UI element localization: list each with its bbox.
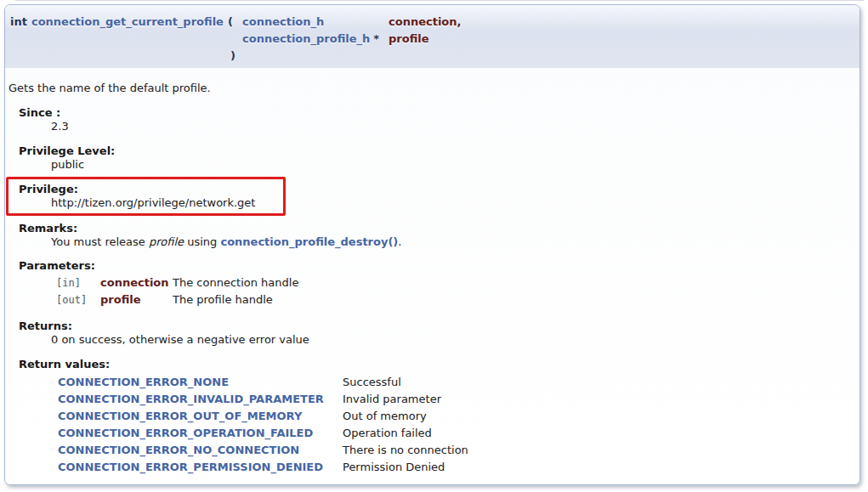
- function-documentation: Gets the name of the default profile. Si…: [5, 68, 859, 476]
- param-type-cell: connection_profile_h*: [242, 31, 389, 48]
- return-values-section: Return values: CONNECTION_ERROR_NONE Suc…: [9, 358, 848, 476]
- return-value-link[interactable]: CONNECTION_ERROR_NONE: [58, 374, 343, 391]
- return-value-description: Permission Denied: [343, 459, 848, 476]
- pointer-asterisk: *: [373, 32, 379, 45]
- return-value-description: There is no connection: [343, 442, 848, 459]
- remarks-text: You must release profile using connectio…: [51, 235, 848, 249]
- privilege-highlight-box: Privilege: http://tizen.org/privilege/ne…: [6, 177, 286, 216]
- open-paren: (: [228, 15, 233, 28]
- function-signature: intconnection_get_current_profile( conne…: [10, 14, 853, 65]
- parameters-label: Parameters:: [19, 259, 848, 273]
- function-name: connection_get_current_profile: [31, 15, 224, 28]
- returns-label: Returns:: [19, 320, 848, 333]
- param-type-link-connection-profile-h[interactable]: connection_profile_h: [242, 32, 370, 45]
- parameters-table: [in] connection The connection handle [o…: [56, 274, 848, 308]
- return-value-description: Invalid parameter: [343, 391, 848, 408]
- return-value-link[interactable]: CONNECTION_ERROR_OUT_OF_MEMORY: [58, 408, 343, 425]
- return-value-link[interactable]: CONNECTION_ERROR_NO_CONNECTION: [58, 442, 343, 459]
- remarks-label: Remarks:: [19, 222, 848, 235]
- param-type-link-connection-h[interactable]: connection_h: [242, 15, 324, 28]
- privilege-level-section: Privilege Level: public: [9, 144, 848, 172]
- param-name-profile: profile: [389, 31, 853, 48]
- param-name: profile: [100, 291, 173, 308]
- since-value: 2.3: [51, 120, 848, 133]
- privilege-level-label: Privilege Level:: [19, 144, 848, 158]
- remarks-text-after: .: [398, 235, 401, 248]
- since-label: Since :: [19, 106, 848, 120]
- prior-element-divider: [15, 0, 864, 1]
- return-values-label: Return values:: [19, 358, 848, 371]
- returns-value: 0 on success, otherwise a negative error…: [51, 333, 848, 347]
- emphasis-profile: profile: [149, 235, 184, 248]
- signature-left: intconnection_get_current_profile(: [10, 14, 242, 31]
- remarks-text-before: You must release: [51, 235, 149, 248]
- function-doc-card: intconnection_get_current_profile( conne…: [4, 4, 860, 485]
- signature-left-spacer: [10, 31, 242, 48]
- param-direction: [in]: [56, 274, 100, 291]
- return-value-description: Out of memory: [343, 408, 848, 425]
- close-paren: ): [10, 48, 242, 65]
- param-type-cell: connection_h: [242, 14, 389, 31]
- return-value-link[interactable]: CONNECTION_ERROR_OPERATION_FAILED: [58, 425, 343, 442]
- parameters-section: Parameters: [in] connection The connecti…: [9, 259, 848, 308]
- return-value-description: Successful: [343, 374, 848, 391]
- param-direction: [out]: [56, 291, 100, 308]
- since-section: Since : 2.3: [9, 106, 848, 133]
- privilege-level-value: public: [51, 158, 848, 172]
- returns-section: Returns: 0 on success, otherwise a negat…: [9, 320, 848, 347]
- privilege-section: Privilege: http://tizen.org/privilege/ne…: [9, 183, 283, 210]
- function-description: Gets the name of the default profile.: [9, 82, 848, 95]
- remarks-text-middle: using: [184, 235, 220, 248]
- return-value-link[interactable]: CONNECTION_ERROR_INVALID_PARAMETER: [58, 391, 343, 408]
- param-description: The connection handle: [173, 274, 848, 291]
- privilege-label: Privilege:: [19, 183, 283, 196]
- param-description: The profile handle: [173, 291, 848, 308]
- return-value-link[interactable]: CONNECTION_ERROR_PERMISSION_DENIED: [58, 459, 343, 476]
- function-signature-header: intconnection_get_current_profile( conne…: [5, 5, 859, 68]
- link-connection-profile-destroy[interactable]: connection_profile_destroy(): [220, 235, 398, 248]
- privilege-value: http://tizen.org/privilege/network.get: [51, 196, 283, 210]
- param-name: connection: [100, 274, 173, 291]
- return-value-description: Operation failed: [343, 425, 848, 442]
- return-type: int: [10, 15, 27, 28]
- remarks-section: Remarks: You must release profile using …: [9, 222, 848, 249]
- param-name-connection: connection,: [389, 14, 853, 31]
- return-values-table: CONNECTION_ERROR_NONE Successful CONNECT…: [58, 374, 848, 476]
